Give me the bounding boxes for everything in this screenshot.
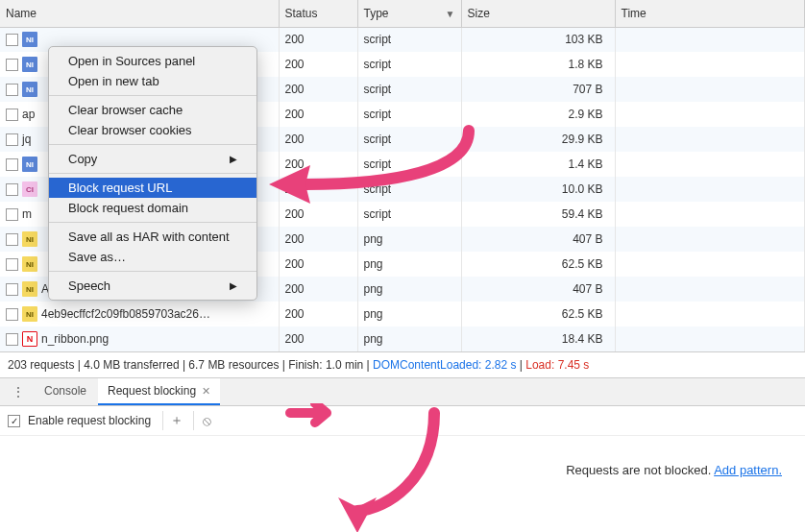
enable-blocking-checkbox[interactable]: ✓ xyxy=(8,415,20,427)
type-cell: script xyxy=(357,177,461,202)
ctx-save-har[interactable]: Save all as HAR with content xyxy=(49,227,256,247)
tab-console[interactable]: Console xyxy=(35,378,96,405)
time-cell xyxy=(615,252,805,277)
status-cell: 200 xyxy=(279,102,357,127)
row-checkbox[interactable] xyxy=(6,183,18,196)
size-cell: 59.4 KB xyxy=(461,202,615,227)
size-cell: 62.5 KB xyxy=(461,302,615,326)
row-checkbox[interactable] xyxy=(6,333,18,346)
time-cell xyxy=(615,302,805,326)
size-cell: 103 KB xyxy=(461,27,615,52)
table-row[interactable]: Nn_ribbon.png200png18.4 KB xyxy=(0,326,805,351)
favicon: NI xyxy=(22,306,37,322)
favicon: NI xyxy=(22,231,37,247)
time-cell xyxy=(615,27,805,52)
row-checkbox[interactable] xyxy=(6,208,18,221)
ctx-clear-cache[interactable]: Clear browser cache xyxy=(49,100,256,120)
type-cell: png xyxy=(357,277,461,302)
type-cell: script xyxy=(357,27,461,52)
favicon: NI xyxy=(22,57,37,72)
col-header-name[interactable]: Name xyxy=(0,0,279,27)
size-cell: 707 B xyxy=(461,77,615,102)
dcl-time: DOMContentLoaded: 2.82 s xyxy=(373,358,516,372)
size-cell: 10.0 KB xyxy=(461,177,615,202)
favicon: CI xyxy=(22,181,37,197)
size-cell: 2.9 KB xyxy=(461,102,615,127)
size-cell: 1.4 KB xyxy=(461,152,615,177)
time-cell xyxy=(615,177,805,202)
size-cell: 407 B xyxy=(461,227,615,252)
size-cell: 62.5 KB xyxy=(461,252,615,277)
tab-request-blocking[interactable]: Request blocking✕ xyxy=(98,378,220,405)
time-cell xyxy=(615,202,805,227)
favicon: N xyxy=(22,331,37,347)
status-cell: 200 xyxy=(279,227,357,252)
add-pattern-icon[interactable]: ＋ xyxy=(162,411,182,430)
status-cell: 200 xyxy=(279,127,357,152)
row-checkbox[interactable] xyxy=(6,308,18,321)
ctx-speech[interactable]: Speech▶ xyxy=(49,276,256,296)
col-header-status[interactable]: Status xyxy=(279,0,357,27)
status-cell: 200 xyxy=(279,177,357,202)
load-time: Load: 7.45 s xyxy=(525,358,589,372)
size-cell: 407 B xyxy=(461,277,615,302)
row-checkbox[interactable] xyxy=(6,158,18,171)
ctx-save-as[interactable]: Save as… xyxy=(49,247,256,267)
time-cell xyxy=(615,127,805,152)
add-pattern-link[interactable]: Add pattern. xyxy=(714,463,782,477)
col-header-size[interactable]: Size xyxy=(461,0,615,27)
col-header-type[interactable]: Type▼ xyxy=(357,0,461,27)
size-cell: 29.9 KB xyxy=(461,127,615,152)
favicon: NI xyxy=(22,32,37,47)
time-cell xyxy=(615,326,805,351)
row-checkbox[interactable] xyxy=(6,109,18,121)
favicon: NI xyxy=(22,256,37,272)
type-cell: script xyxy=(357,77,461,102)
type-cell: script xyxy=(357,52,461,77)
ctx-open-sources[interactable]: Open in Sources panel xyxy=(49,51,256,71)
type-cell: png xyxy=(357,302,461,326)
ctx-block-url[interactable]: Block request URL xyxy=(49,178,256,198)
favicon: NI xyxy=(22,157,37,172)
submenu-arrow-icon: ▶ xyxy=(230,154,237,164)
row-checkbox[interactable] xyxy=(6,133,18,146)
row-checkbox[interactable] xyxy=(6,233,18,246)
enable-blocking-label: Enable request blocking xyxy=(28,414,151,427)
blocking-empty-message: Requests are not blocked. Add pattern. xyxy=(0,436,805,477)
status-cell: 200 xyxy=(279,52,357,77)
status-cell: 200 xyxy=(279,326,357,351)
type-cell: script xyxy=(357,127,461,152)
drawer-tabs: ⋮ Console Request blocking✕ xyxy=(0,377,805,406)
table-row[interactable]: NI4eb9ecffcf2c09fb0859703ac26…200png62.5… xyxy=(0,302,805,326)
ctx-open-new-tab[interactable]: Open in new tab xyxy=(49,71,256,91)
close-icon[interactable]: ✕ xyxy=(202,385,210,398)
status-cell: 200 xyxy=(279,152,357,177)
request-name: 4eb9ecffcf2c09fb0859703ac26… xyxy=(41,307,210,321)
time-cell xyxy=(615,52,805,77)
drawer-menu-icon[interactable]: ⋮ xyxy=(4,385,33,399)
type-cell: script xyxy=(357,102,461,127)
row-checkbox[interactable] xyxy=(6,84,18,96)
ctx-copy[interactable]: Copy▶ xyxy=(49,149,256,169)
ctx-block-domain[interactable]: Block request domain xyxy=(49,198,256,218)
clear-patterns-icon[interactable]: ⦸ xyxy=(193,411,212,430)
favicon: NI xyxy=(22,82,37,97)
request-blocking-toolbar: ✓ Enable request blocking ＋ ⦸ xyxy=(0,406,805,436)
type-cell: script xyxy=(357,202,461,227)
row-checkbox[interactable] xyxy=(6,34,18,46)
status-cell: 200 xyxy=(279,302,357,326)
col-header-time[interactable]: Time xyxy=(615,0,805,27)
type-cell: png xyxy=(357,326,461,351)
request-name: m xyxy=(22,207,32,221)
status-cell: 200 xyxy=(279,77,357,102)
request-name: ap xyxy=(22,108,35,121)
status-cell: 200 xyxy=(279,277,357,302)
row-checkbox[interactable] xyxy=(6,283,18,296)
type-cell: script xyxy=(357,152,461,177)
time-cell xyxy=(615,152,805,177)
time-cell xyxy=(615,102,805,127)
row-checkbox[interactable] xyxy=(6,258,18,271)
favicon: NI xyxy=(22,281,37,297)
row-checkbox[interactable] xyxy=(6,59,18,71)
ctx-clear-cookies[interactable]: Clear browser cookies xyxy=(49,120,256,140)
